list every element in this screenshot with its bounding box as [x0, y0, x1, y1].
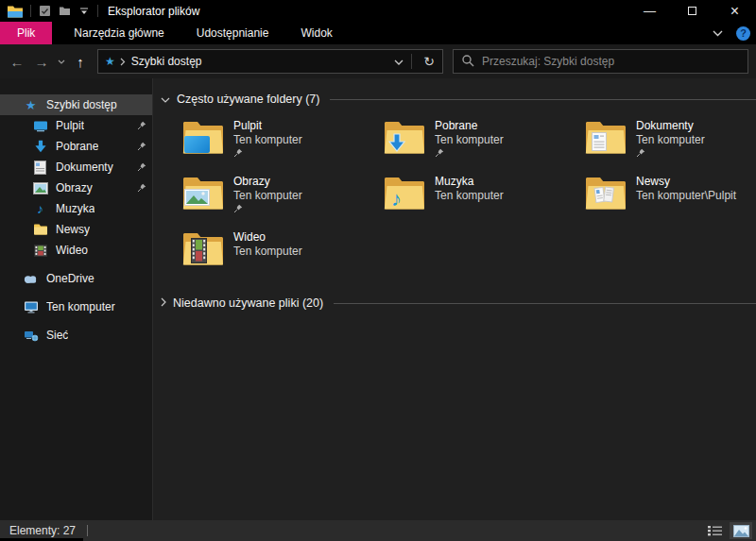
tab-file[interactable]: Plik	[0, 22, 52, 44]
folder-pictures-icon	[181, 174, 225, 211]
pin-icon	[435, 147, 504, 158]
toolbar-separator	[30, 5, 31, 17]
up-button[interactable]: ↑	[69, 49, 92, 74]
sidebar-item-pictures[interactable]: Obrazy	[0, 178, 152, 198]
minimize-button[interactable]: —	[628, 0, 671, 22]
quick-access-toolbar: Eksplorator plików	[0, 4, 199, 19]
pin-placeholder	[435, 203, 504, 213]
tab-share[interactable]: Udostępnianie	[186, 22, 280, 44]
window-title: Eksplorator plików	[108, 5, 199, 18]
properties-icon[interactable]	[38, 4, 51, 19]
folder-tile-obrazy[interactable]: Obrazy Ten komputer	[181, 174, 383, 213]
folder-desktop-icon	[181, 118, 225, 156]
address-bar[interactable]: ★ Szybki dostęp ↻	[97, 49, 443, 74]
ribbon-tab-bar: Plik Narzędzia główne Udostępnianie Wido…	[0, 22, 756, 44]
breadcrumb-current-location[interactable]: Szybki dostęp	[131, 55, 202, 68]
music-note-glyph: ♪	[391, 187, 402, 211]
filmstrip-glyph	[191, 238, 207, 266]
folder-location: Ten komputer	[435, 133, 504, 147]
maximize-icon	[688, 7, 696, 15]
folder-name: Wideo	[233, 230, 302, 245]
sidebar-item-network[interactable]: Sieć	[0, 325, 152, 346]
sidebar-item-documents[interactable]: Dokumenty	[0, 157, 152, 178]
address-dropdown-icon[interactable]	[394, 55, 404, 68]
chevron-down-icon	[161, 93, 170, 106]
status-separator	[87, 525, 88, 536]
details-view-button[interactable]	[703, 522, 726, 539]
monitor-glyph	[184, 136, 210, 153]
folder-location: Ten komputer	[435, 189, 504, 203]
folder-location: Ten komputer\Pulpit	[636, 189, 736, 203]
music-note-icon: ♪	[32, 201, 48, 216]
sidebar-item-onedrive[interactable]: OneDrive	[0, 268, 152, 289]
address-divider	[411, 54, 412, 69]
section-title: Niedawno używane pliki (20)	[173, 296, 323, 310]
photo-glyph	[184, 189, 210, 209]
pin-placeholder	[233, 259, 302, 269]
sidebar-item-quick-access[interactable]: ★ Szybki dostęp	[0, 94, 152, 115]
folder-name: Pobrane	[435, 119, 504, 133]
sidebar-item-music[interactable]: ♪ Muzyka	[0, 198, 152, 219]
folder-tile-wideo[interactable]: Wideo Ten komputer	[181, 229, 383, 269]
customize-toolbar-dropdown-icon[interactable]	[77, 4, 91, 19]
pin-icon	[636, 147, 705, 158]
folder-location: Ten komputer	[233, 133, 302, 147]
section-recent-files[interactable]: Niedawno używane pliki (20)	[161, 294, 756, 313]
explorer-app-icon	[7, 4, 24, 19]
refresh-button[interactable]: ↻	[420, 51, 438, 72]
large-icons-view-button[interactable]	[730, 522, 752, 539]
filmstrip-icon	[32, 243, 48, 258]
folder-music-icon: ♪	[383, 174, 426, 211]
search-input[interactable]	[482, 55, 740, 68]
sidebar-item-this-pc[interactable]: Ten komputer	[0, 296, 152, 317]
recent-locations-dropdown-icon[interactable]	[55, 49, 67, 74]
sidebar-item-videos[interactable]: Wideo	[0, 240, 152, 261]
help-icon[interactable]: ?	[736, 26, 750, 41]
folder-name: Pulpit	[233, 119, 302, 133]
sidebar-item-downloads[interactable]: Pobrane	[0, 136, 152, 157]
maximize-button[interactable]	[671, 0, 713, 22]
folder-files-icon	[584, 174, 627, 211]
sidebar-item-desktop[interactable]: Pulpit	[0, 115, 152, 136]
tab-view[interactable]: Widok	[290, 22, 342, 44]
pin-icon	[137, 121, 146, 130]
folder-tile-dokumenty[interactable]: Dokumenty Ten komputer	[584, 118, 756, 158]
search-box[interactable]	[453, 49, 748, 74]
folder-location: Ten komputer	[233, 189, 302, 203]
content-area: ★ Szybki dostęp Pulpit Pobrane	[0, 78, 756, 520]
pin-placeholder	[636, 203, 736, 213]
back-button[interactable]: ←	[6, 49, 28, 74]
forward-button[interactable]: →	[30, 49, 53, 74]
download-arrow-icon	[32, 139, 48, 154]
folder-name: Newsy	[636, 175, 736, 189]
section-rule	[334, 303, 756, 304]
folder-downloads-icon	[383, 118, 426, 156]
folder-name: Dokumenty	[636, 119, 705, 133]
folder-tile-pulpit[interactable]: Pulpit Ten komputer	[181, 118, 383, 158]
search-icon	[461, 54, 474, 70]
computer-icon	[23, 299, 39, 314]
folder-tile-newsy[interactable]: Newsy Ten komputer\Pulpit	[584, 174, 756, 213]
files-glyph	[593, 184, 615, 208]
folder-view: Często używane foldery (7) Pulpit Ten ko…	[153, 78, 756, 520]
folder-tile-pobrane[interactable]: Pobrane Ten komputer	[383, 118, 584, 158]
pin-icon	[137, 162, 146, 172]
download-arrow-glyph	[387, 133, 406, 155]
folder-name: Muzyka	[435, 175, 504, 189]
tab-home[interactable]: Narzędzia główne	[63, 22, 174, 44]
items-count: Elementy: 27	[9, 524, 76, 537]
folder-location: Ten komputer	[233, 245, 302, 259]
sidebar-item-newsy[interactable]: Newsy	[0, 219, 152, 240]
breadcrumb-chevron-icon[interactable]	[120, 58, 126, 66]
quick-access-star-icon: ★	[23, 97, 39, 112]
new-folder-icon[interactable]	[58, 4, 71, 19]
picture-icon	[32, 180, 48, 195]
expand-ribbon-icon[interactable]	[713, 26, 723, 40]
frequent-folders-grid: Pulpit Ten komputer Pobrane Ten komputer	[181, 118, 756, 269]
quick-access-star-icon: ★	[105, 55, 115, 68]
folder-tile-muzyka[interactable]: ♪ Muzyka Ten komputer	[383, 174, 584, 213]
section-frequent-folders[interactable]: Często używane foldery (7)	[161, 90, 756, 109]
close-button[interactable]: ×	[713, 0, 756, 22]
folder-location: Ten komputer	[636, 133, 705, 147]
document-page-glyph	[592, 132, 607, 154]
